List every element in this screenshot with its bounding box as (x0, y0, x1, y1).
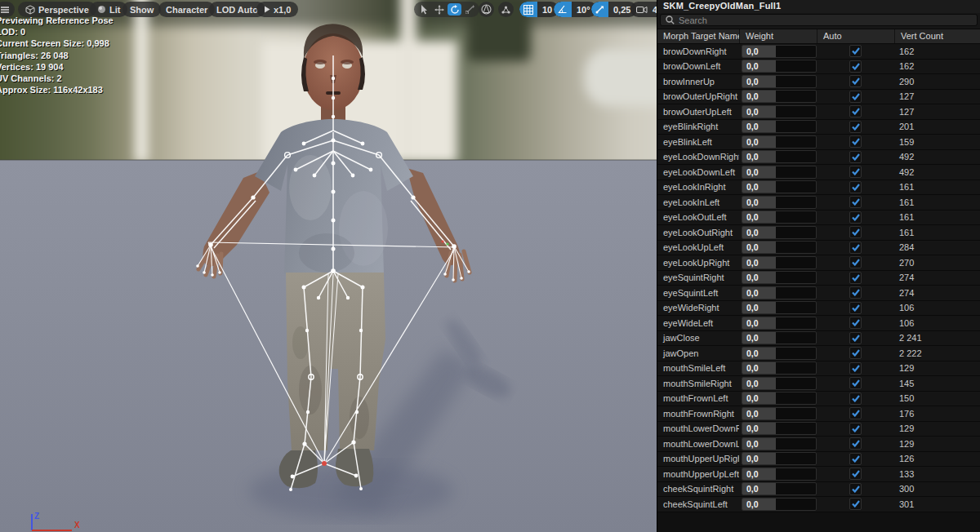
weight-input[interactable]: 0,0 (742, 301, 817, 314)
auto-checkbox[interactable] (849, 407, 862, 419)
auto-checkbox[interactable] (849, 377, 862, 389)
auto-checkbox[interactable] (849, 226, 862, 238)
table-row[interactable]: jawClose 0,0 2 241 (657, 331, 980, 347)
table-row[interactable]: eyeWideLeft 0,0 106 (657, 316, 980, 331)
weight-input[interactable]: 0,0 (742, 377, 817, 390)
auto-checkbox[interactable] (849, 468, 862, 480)
weight-input[interactable]: 0,0 (742, 347, 817, 360)
weight-input[interactable]: 0,0 (742, 361, 817, 375)
table-row[interactable]: eyeLookOutLeft 0,0 161 (657, 211, 980, 226)
auto-checkbox[interactable] (849, 166, 862, 178)
auto-checkbox[interactable] (849, 302, 862, 314)
auto-checkbox[interactable] (849, 347, 862, 359)
table-row[interactable]: mouthLowerDownRight 0,0 129 (657, 422, 980, 437)
table-row[interactable]: mouthUpperUpRight 0,0 126 (657, 452, 980, 468)
auto-checkbox[interactable] (849, 151, 862, 163)
auto-checkbox[interactable] (849, 135, 862, 148)
auto-checkbox[interactable] (849, 453, 862, 465)
weight-input[interactable]: 0,0 (742, 75, 817, 88)
table-row[interactable]: eyeLookUpLeft 0,0 284 (657, 241, 980, 256)
show-button[interactable]: Show (122, 2, 161, 17)
table-row[interactable]: browDownRight 0,0 162 (657, 44, 980, 60)
auto-checkbox[interactable] (849, 362, 862, 375)
weight-input[interactable]: 0,0 (742, 196, 817, 209)
col-vert-count[interactable]: Vert Count (894, 29, 977, 43)
table-row[interactable]: browDownLeft 0,0 162 (657, 60, 980, 75)
character-button[interactable]: Character (158, 2, 215, 17)
table-row[interactable]: eyeSquintLeft 0,0 274 (657, 286, 980, 301)
table-row[interactable]: mouthSmileRight 0,0 145 (657, 376, 980, 392)
weight-input[interactable]: 0,0 (742, 498, 817, 511)
weight-input[interactable]: 0,0 (742, 150, 817, 163)
rotate-tool-button[interactable] (448, 3, 461, 16)
weight-input[interactable]: 0,0 (742, 437, 817, 450)
weight-input[interactable]: 0,0 (742, 271, 817, 284)
weight-input[interactable]: 0,0 (742, 452, 817, 465)
table-row[interactable]: jawOpen 0,0 2 222 (657, 346, 980, 361)
grid-snap-control[interactable]: 10 (519, 2, 559, 17)
auto-checkbox[interactable] (849, 121, 862, 133)
col-morph-target-name[interactable]: Morph Target Name (657, 29, 739, 43)
surface-snap-button[interactable] (498, 2, 514, 17)
weight-input[interactable]: 0,0 (742, 407, 817, 420)
table-row[interactable]: eyeLookInRight 0,0 161 (657, 180, 980, 196)
weight-input[interactable]: 0,0 (742, 105, 817, 118)
table-row[interactable]: mouthLowerDownLeft 0,0 129 (657, 437, 980, 452)
col-auto[interactable]: Auto (817, 29, 894, 43)
auto-checkbox[interactable] (849, 483, 862, 495)
auto-checkbox[interactable] (849, 498, 862, 510)
table-row[interactable]: mouthFrownLeft 0,0 150 (657, 392, 980, 407)
world-coordinate-button[interactable] (479, 2, 494, 17)
table-row[interactable]: mouthSmileLeft 0,0 129 (657, 361, 980, 377)
auto-checkbox[interactable] (849, 423, 862, 435)
table-row[interactable]: cheekSquintRight 0,0 300 (657, 482, 980, 498)
weight-input[interactable]: 0,0 (742, 90, 817, 103)
table-row[interactable]: mouthUpperUpLeft 0,0 133 (657, 467, 980, 482)
3d-viewport[interactable]: Previewing Reference Pose LOD: 0 Current… (0, 0, 657, 532)
weight-input[interactable]: 0,0 (742, 241, 817, 254)
weight-input[interactable]: 0,0 (742, 331, 817, 344)
camera-speed-control[interactable]: 4 (630, 2, 657, 17)
weight-input[interactable]: 0,0 (742, 180, 817, 193)
auto-checkbox[interactable] (849, 392, 862, 405)
weight-input[interactable]: 0,0 (742, 468, 817, 481)
table-row[interactable]: eyeLookDownRight 0,0 492 (657, 150, 980, 166)
auto-checkbox[interactable] (849, 75, 862, 87)
auto-checkbox[interactable] (849, 272, 862, 284)
scale-tool-button[interactable] (463, 3, 477, 16)
weight-input[interactable]: 0,0 (742, 422, 817, 435)
table-row[interactable]: mouthFrownRight 0,0 176 (657, 406, 980, 422)
weight-input[interactable]: 0,0 (742, 135, 817, 149)
table-row[interactable]: eyeLookInLeft 0,0 161 (657, 195, 980, 211)
table-row[interactable]: eyeBlinkRight 0,0 201 (657, 120, 980, 135)
auto-checkbox[interactable] (849, 105, 862, 117)
col-weight[interactable]: Weight (739, 29, 817, 43)
weight-input[interactable]: 0,0 (742, 226, 817, 239)
table-row[interactable]: eyeWideRight 0,0 106 (657, 301, 980, 317)
auto-checkbox[interactable] (849, 256, 862, 268)
table-row[interactable]: browOuterUpRight 0,0 127 (657, 90, 980, 105)
weight-input[interactable]: 0,0 (742, 317, 817, 330)
search-input[interactable]: Search (660, 14, 978, 26)
weight-input[interactable]: 0,0 (742, 482, 817, 495)
auto-checkbox[interactable] (849, 91, 862, 103)
weight-input[interactable]: 0,0 (742, 286, 817, 299)
auto-checkbox[interactable] (849, 437, 862, 450)
auto-checkbox[interactable] (849, 60, 862, 73)
auto-checkbox[interactable] (849, 181, 862, 193)
select-tool-button[interactable] (416, 3, 430, 16)
weight-input[interactable]: 0,0 (742, 120, 817, 133)
weight-input[interactable]: 0,0 (742, 60, 817, 73)
table-row[interactable]: cheekSquintLeft 0,0 301 (657, 497, 980, 512)
playback-speed-button[interactable]: x1,0 (256, 2, 298, 17)
weight-input[interactable]: 0,0 (742, 45, 817, 58)
table-row[interactable]: eyeSquintRight 0,0 274 (657, 271, 980, 286)
angle-snap-control[interactable]: 10° (554, 2, 597, 17)
auto-checkbox[interactable] (849, 317, 862, 329)
auto-checkbox[interactable] (849, 286, 862, 299)
auto-checkbox[interactable] (849, 332, 862, 344)
weight-input[interactable]: 0,0 (742, 392, 817, 405)
table-row[interactable]: eyeBlinkLeft 0,0 159 (657, 135, 980, 150)
auto-checkbox[interactable] (849, 45, 862, 57)
auto-checkbox[interactable] (849, 242, 862, 254)
